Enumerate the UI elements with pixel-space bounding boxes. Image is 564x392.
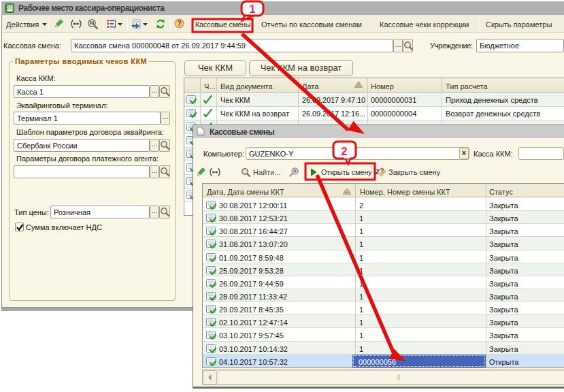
svg-text:1: 1 [250,3,256,15]
svg-text:2: 2 [342,146,348,157]
